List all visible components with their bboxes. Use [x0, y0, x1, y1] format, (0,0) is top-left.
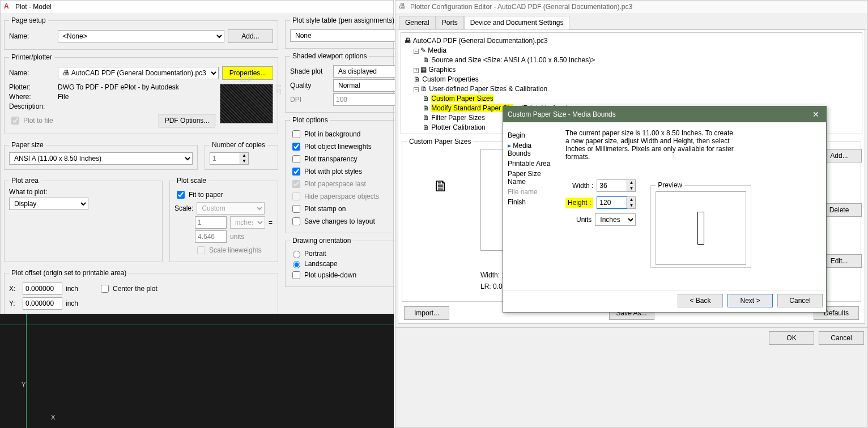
printer-legend: Printer/plotter [9, 53, 54, 61]
step-media-bounds: Media Bounds [508, 142, 555, 157]
offset-x-input[interactable] [23, 283, 62, 295]
width-label: Width : [572, 182, 593, 190]
units-label: Units [576, 216, 592, 224]
scale-label: Scale: [175, 204, 193, 212]
step-file-name: File name [508, 188, 555, 196]
wizard-cancel-button[interactable]: Cancel [777, 294, 823, 307]
tab-general[interactable]: General [399, 16, 436, 29]
style-table-legend: Plot style table (pen assignments) [290, 16, 397, 24]
plot-dialog: A Plot - Model Page setup Name: <None> A… [0, 0, 394, 314]
pce-title: Plotter Configuration Editor - AutoCAD P… [410, 3, 632, 11]
copies-spinner[interactable]: ▲▼ [210, 152, 249, 165]
x-label: X [51, 414, 55, 421]
center-plot-check[interactable]: Center the plot [99, 283, 158, 294]
page-setup-legend: Page setup [9, 16, 48, 24]
tree-custom-paper-sizes[interactable]: 🗎 Custom Paper Sizes [405, 94, 858, 104]
pce-tabbar: General Ports Device and Document Settin… [395, 15, 867, 29]
paper-size-select[interactable]: ANSI A (11.00 x 8.50 Inches) [9, 152, 193, 165]
what-to-plot-label: What to plot: [9, 188, 158, 196]
offset-x-label: X: [9, 285, 19, 293]
wizard-titlebar: Custom Paper Size - Media Bounds ✕ [503, 106, 826, 122]
pce-cancel-button[interactable]: Cancel [819, 331, 864, 345]
pce-ok-button[interactable]: OK [769, 331, 814, 345]
printer-name-label: Name: [9, 69, 54, 77]
paper-size-legend: Paper size [9, 141, 46, 149]
tree-user-defined[interactable]: −🗎 User-defined Paper Sizes & Calibratio… [405, 84, 858, 94]
width-up-icon[interactable]: ▲ [627, 180, 635, 186]
tree-root[interactable]: 🖶 AutoCAD PDF (General Documentation).pc… [405, 36, 858, 46]
quality-label: Quality [290, 82, 330, 89]
what-to-plot-select[interactable]: Display [9, 198, 88, 210]
step-begin: Begin [508, 131, 555, 139]
step-printable-area: Printable Area [508, 160, 555, 168]
dim-height: 8.5" [275, 84, 282, 123]
height-input[interactable] [597, 196, 627, 209]
drawing-canvas[interactable]: Y X [0, 314, 394, 428]
paper-preview-thumbnail: 11.0" 8.5" [220, 84, 273, 123]
plot-offset-legend: Plot offset (origin set to printable are… [9, 269, 129, 277]
ps-add-button[interactable]: Add... [228, 29, 273, 43]
tree-media[interactable]: −✎ Media [405, 46, 858, 55]
wizard-next-button[interactable]: Next > [727, 294, 773, 307]
copies-up-icon[interactable]: ▲ [240, 153, 248, 159]
page-setup-group: Page setup Name: <None> Add... [4, 16, 278, 50]
tab-device[interactable]: Device and Document Settings [464, 16, 570, 29]
paper-icon: 🗎 [433, 177, 449, 195]
scale-units2: units [230, 233, 244, 241]
offset-y-input[interactable] [23, 297, 62, 310]
plotter-value: DWG To PDF - PDF ePlot - by Autodesk [58, 83, 179, 91]
collapse-icon[interactable]: − [414, 49, 419, 54]
tree-graphics[interactable]: +▦ Graphics [405, 65, 858, 75]
desc-label: Description: [9, 102, 54, 110]
tree-source-size[interactable]: 🗎 Source and Size <Size: ANSI A (11.00 x… [405, 55, 858, 65]
shaded-legend: Shaded viewport options [290, 52, 369, 60]
custom-paper-size-wizard: Custom Paper Size - Media Bounds ✕ Begin… [503, 106, 827, 313]
collapse-icon[interactable]: − [414, 87, 419, 92]
dim-width: 11.0" [220, 76, 273, 83]
width-input[interactable] [597, 179, 627, 192]
plot-offset-group: Plot offset (origin set to printable are… [4, 269, 278, 316]
where-value: File [58, 93, 69, 101]
app-icon: A [4, 2, 13, 11]
expand-icon[interactable]: + [414, 68, 419, 73]
ps-name-label: Name: [9, 32, 54, 40]
cps-legend: Custom Paper Sizes [407, 138, 473, 145]
printer-name-select[interactable]: 🖶 AutoCAD PDF (General Documentation).pc… [58, 67, 219, 79]
copies-legend: Number of copies [210, 141, 267, 149]
wizard-title: Custom Paper Size - Media Bounds [508, 110, 616, 118]
tree-custom-props[interactable]: 🗎 Custom Properties [405, 75, 858, 84]
import-button[interactable]: Import... [404, 306, 449, 320]
pce-titlebar: 🖶 Plotter Configuration Editor - AutoCAD… [395, 1, 867, 13]
scale-val1 [195, 216, 227, 229]
units-select[interactable]: Inches [595, 213, 636, 226]
width-down-icon[interactable]: ▼ [627, 186, 635, 191]
plot-area-group: Plot area What to plot: Display [4, 177, 163, 262]
style-table-select[interactable]: None [290, 29, 408, 42]
width-spinner[interactable]: ▲▼ [597, 179, 636, 192]
shade-plot-label: Shade plot [290, 67, 330, 75]
tab-ports[interactable]: Ports [436, 16, 464, 29]
fit-to-paper-check[interactable]: Fit to paper [175, 189, 273, 200]
wizard-preview [656, 191, 746, 265]
equals-icon: = [269, 219, 273, 226]
pdf-options-button[interactable]: PDF Options... [159, 114, 215, 127]
copies-down-icon[interactable]: ▼ [240, 159, 248, 164]
plot-options-legend: Plot options [290, 116, 330, 124]
paper-preview-shape [697, 212, 704, 245]
ps-name-select[interactable]: <None> [58, 30, 224, 42]
wizard-steps: Begin Media Bounds Printable Area Paper … [503, 122, 560, 290]
offset-y-label: Y: [9, 299, 19, 307]
copies-group: Number of copies ▲▼ [205, 141, 278, 170]
plot-title: Plot - Model [15, 3, 52, 11]
wizard-help-text: The current paper size is 11.00 x 8.50 I… [565, 129, 735, 161]
wizard-back-button[interactable]: < Back [678, 294, 723, 307]
printer-group: Printer/plotter Name: 🖶 AutoCAD PDF (Gen… [4, 53, 278, 134]
height-spinner[interactable]: ▲▼ [597, 196, 636, 209]
close-icon[interactable]: ✕ [810, 110, 822, 119]
step-finish: Finish [508, 198, 555, 206]
plot-area-legend: Plot area [9, 177, 41, 185]
height-up-icon[interactable]: ▲ [627, 197, 635, 203]
height-down-icon[interactable]: ▼ [627, 203, 635, 208]
x-axis [0, 324, 394, 325]
scale-val2 [195, 230, 227, 243]
